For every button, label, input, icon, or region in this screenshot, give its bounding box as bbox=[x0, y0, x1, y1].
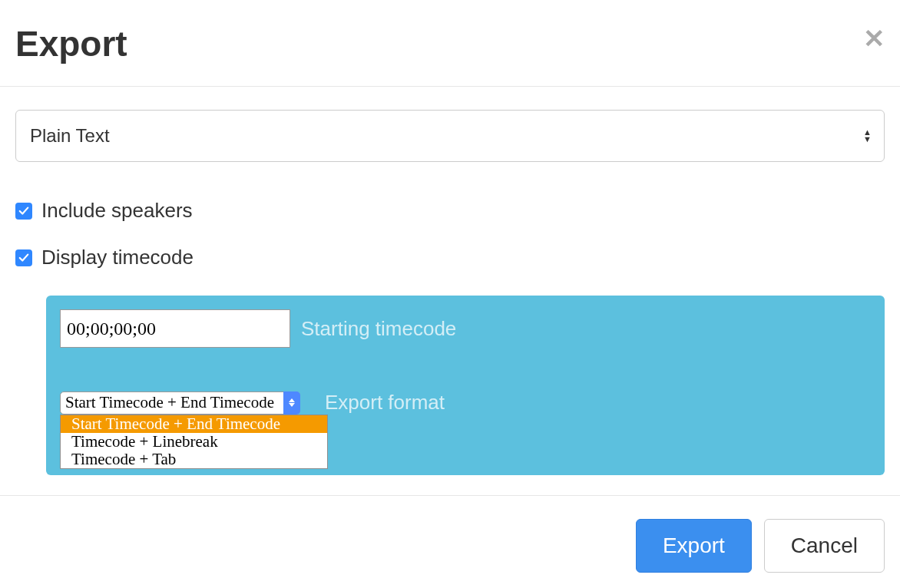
select-stepper-icon bbox=[283, 391, 300, 415]
export-format-select[interactable]: Start Timecode + End Timecode bbox=[60, 391, 300, 415]
export-format-option[interactable]: Timecode + Tab bbox=[61, 451, 327, 468]
include-speakers-row: Include speakers bbox=[15, 199, 885, 223]
select-arrows-icon: ▲▼ bbox=[863, 129, 872, 143]
dialog-header: Export ✕ bbox=[0, 0, 900, 87]
export-format-option[interactable]: Start Timecode + End Timecode bbox=[61, 415, 327, 433]
export-format-dropdown: Start Timecode + End Timecode Timecode +… bbox=[60, 415, 328, 469]
starting-timecode-label: Starting timecode bbox=[301, 317, 456, 341]
export-button[interactable]: Export bbox=[636, 519, 752, 573]
starting-timecode-row: Starting timecode bbox=[60, 309, 871, 348]
close-icon[interactable]: ✕ bbox=[863, 25, 885, 51]
checkmark-icon bbox=[18, 206, 29, 216]
starting-timecode-input[interactable] bbox=[60, 309, 290, 348]
timecode-panel: Starting timecode Start Timecode + End T… bbox=[46, 296, 885, 475]
export-format-select-value: Start Timecode + End Timecode bbox=[65, 393, 274, 412]
export-format-label: Export format bbox=[325, 391, 445, 415]
include-speakers-checkbox[interactable] bbox=[15, 203, 32, 220]
display-timecode-label: Display timecode bbox=[41, 246, 194, 269]
checkmark-icon bbox=[18, 253, 29, 263]
display-timecode-checkbox[interactable] bbox=[15, 249, 32, 266]
include-speakers-label: Include speakers bbox=[41, 199, 193, 223]
dialog-body: Plain Text ▲▼ Include speakers Display t… bbox=[0, 87, 900, 496]
format-select-value: Plain Text bbox=[30, 125, 110, 147]
export-format-option[interactable]: Timecode + Linebreak bbox=[61, 433, 327, 451]
export-format-select-wrap: Start Timecode + End Timecode Start Time… bbox=[60, 391, 300, 415]
dialog-title: Export bbox=[15, 23, 127, 64]
dialog-footer: Export Cancel bbox=[0, 496, 900, 573]
export-format-row: Start Timecode + End Timecode Start Time… bbox=[60, 391, 871, 415]
display-timecode-row: Display timecode bbox=[15, 246, 885, 269]
format-select[interactable]: Plain Text ▲▼ bbox=[15, 110, 885, 162]
cancel-button[interactable]: Cancel bbox=[764, 519, 885, 573]
